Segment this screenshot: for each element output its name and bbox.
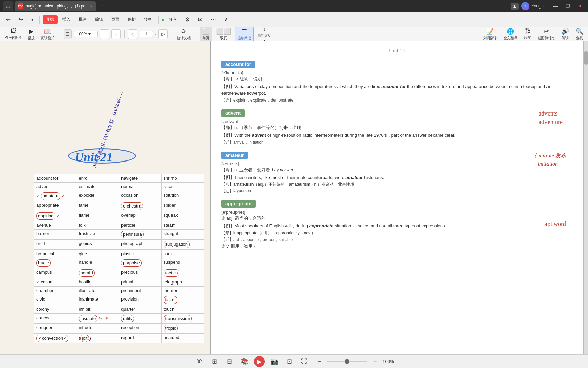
- bottom-layout-btn[interactable]: ⊞: [209, 356, 220, 367]
- more-button[interactable]: ⋯: [207, 15, 219, 24]
- bottom-play-btn[interactable]: ▶: [254, 356, 265, 367]
- zoom-out-button[interactable]: −: [100, 29, 109, 39]
- page-input[interactable]: [140, 31, 153, 37]
- tab-area: ⬚ PDF bugle] botanica...piring）、(1).pdf …: [3, 0, 508, 12]
- page-button[interactable]: 页面: [108, 15, 123, 24]
- continuous-read-button[interactable]: ☰ 连续阅读: [235, 27, 254, 42]
- dict-headword-amateur: amateur: [221, 152, 248, 159]
- share-button[interactable]: 分享: [165, 15, 180, 24]
- bottom-eye-btn[interactable]: 👁: [194, 356, 205, 367]
- zoom-in-button[interactable]: +: [111, 29, 121, 39]
- zoom-slider-thumb[interactable]: [345, 359, 349, 364]
- pdf-to-img-button[interactable]: 🖼 PDF转图片: [3, 27, 24, 41]
- collapse-button[interactable]: ∧: [221, 15, 232, 24]
- dict-pos-account-for: 【释】 v. 证明，说明: [221, 76, 573, 82]
- compress-button[interactable]: 🗜 压缩: [522, 27, 533, 41]
- dict-example-advent: 【例】With the advent of high-resolution ra…: [221, 132, 573, 139]
- zoom-dropdown-icon: ▾: [88, 32, 91, 36]
- dict-unit-title: Unit 21: [221, 48, 573, 54]
- edit-button[interactable]: 编辑: [92, 15, 107, 24]
- translate-word-icon: 📝: [486, 28, 494, 35]
- table-cell: particle: [119, 221, 162, 229]
- undo-icon: ↩: [6, 16, 11, 23]
- table-cell: primal: [119, 278, 162, 286]
- table-row: ✓ amateur ✓ explode occasion solution: [34, 191, 204, 201]
- scrollbar[interactable]: [583, 41, 588, 368]
- bottom-expand-btn[interactable]: ⊡: [284, 356, 295, 367]
- zoom-plus-btn[interactable]: +: [370, 356, 380, 367]
- auto-scroll-button[interactable]: ↕ 自动滚动 ▾: [256, 25, 273, 43]
- bottom-book-btn[interactable]: 📚: [239, 356, 250, 367]
- word-table: account for enroll navigate shrimp adven…: [34, 174, 204, 343]
- table-cell: conceal: [34, 314, 77, 323]
- rotate-button[interactable]: ⟳ 旋转文档: [175, 27, 193, 41]
- full-translate-button[interactable]: 🌐 全文翻译: [502, 27, 519, 41]
- table-cell: explode: [77, 191, 119, 201]
- bottom-grid-btn[interactable]: ⊟: [224, 356, 235, 367]
- scroll-thumb[interactable]: [584, 51, 588, 65]
- book-icon: 📖: [44, 28, 51, 35]
- minimize-button[interactable]: —: [550, 2, 561, 10]
- current-page-group: □: [66, 31, 69, 37]
- tb2-sep-3: [171, 30, 172, 38]
- dict-example-amateur: 【例】These writers, like most of their mal…: [221, 174, 573, 181]
- table-row: aspiring ✓ flame overlap squeak: [34, 211, 204, 221]
- tab-other[interactable]: ⬚: [3, 1, 13, 11]
- single-page-button[interactable]: ⬜ 单页: [200, 27, 212, 42]
- prev-page-button[interactable]: ◁: [128, 29, 137, 39]
- comment-button[interactable]: 批注: [75, 15, 90, 24]
- bottom-fullscreen-btn[interactable]: ⛶: [299, 356, 310, 367]
- tb2-sep-1: [60, 30, 60, 38]
- play-button[interactable]: ▶ 播放: [26, 27, 37, 41]
- collapse-icon: ∧: [224, 16, 228, 23]
- tab-close-btn[interactable]: ×: [90, 4, 93, 9]
- insert-button[interactable]: 插入: [59, 15, 74, 24]
- table-cell: folk: [77, 221, 119, 229]
- settings-button[interactable]: ⚙: [182, 15, 193, 24]
- new-tab-button[interactable]: +: [97, 1, 107, 11]
- right-panel[interactable]: Unit 21 account for [ə'kaunt fə] 【释】 v. …: [211, 41, 583, 368]
- dropdown-button[interactable]: ▾: [28, 16, 37, 24]
- search-icon: 🔍: [576, 28, 583, 35]
- start-button[interactable]: 开始: [43, 15, 58, 24]
- zoom-minus-btn[interactable]: −: [314, 356, 325, 367]
- zoom-box[interactable]: 100% ▾: [74, 31, 98, 37]
- tab-pdf-label: bugle] botanica...piring）、(1).pdf: [26, 3, 86, 9]
- find-button[interactable]: 🔍 查找: [574, 27, 585, 41]
- redo-button[interactable]: ↪: [15, 15, 27, 24]
- dict-entry-appropriate: appropriate [ə'prəupriət] ① adj. 适当的，合适的…: [221, 200, 573, 249]
- table-cell: reception: [119, 324, 162, 333]
- tab-other-label: ⬚: [6, 4, 10, 9]
- table-cell: orchestra: [119, 201, 162, 211]
- screenshot-button[interactable]: ✂ 截图和对比: [536, 27, 557, 41]
- table-row: botanical glue plastic sum: [34, 250, 204, 258]
- dropdown-icon: ▾: [31, 17, 33, 22]
- unit-title-left: Unit 21: [75, 150, 113, 164]
- read-aloud-button[interactable]: 🔊 朗读: [559, 27, 571, 41]
- convert-button[interactable]: 转换: [141, 15, 156, 24]
- zoom-slider[interactable]: [327, 361, 368, 362]
- bottom-camera-btn[interactable]: 📷: [269, 356, 280, 367]
- table-row: advent estimate normal slice: [34, 183, 204, 191]
- tab-pdf[interactable]: PDF bugle] botanica...piring）、(1).pdf ×: [15, 1, 96, 11]
- undo-button[interactable]: ↩: [3, 15, 14, 24]
- message-button[interactable]: ✉: [195, 15, 206, 24]
- continuous-icon: ☰: [242, 28, 247, 35]
- table-cell: porpoise: [119, 258, 162, 268]
- table-cell: ✓ casual: [34, 278, 77, 286]
- scroll-icon: ↕: [263, 26, 266, 33]
- word-translate-button[interactable]: 📝 划词翻译: [481, 27, 499, 41]
- main-toolbar: ↩ ↪ ▾ 开始 插入 批注 编辑 页面 保护 转换 ● 分享 ⚙ ✉ ⋯ ∧: [0, 12, 588, 27]
- table-cell: fame: [77, 201, 119, 211]
- protect-button[interactable]: 保护: [124, 15, 139, 24]
- table-row: bugle handle porpoise suspend: [34, 258, 204, 268]
- dict-related-amateur: 【形】amateurish（adj.）不熟练的；amateurism（n.）业余…: [221, 182, 573, 187]
- double-page-button[interactable]: ⬜⬜ 双页: [214, 27, 233, 41]
- table-row: barrier frustrate peninsula straight: [34, 230, 204, 240]
- table-row: appropriate fame orchestra spider: [34, 201, 204, 211]
- restore-button[interactable]: ❐: [562, 2, 573, 10]
- close-button[interactable]: ✕: [574, 2, 585, 10]
- next-page-button[interactable]: ▷: [158, 29, 168, 39]
- table-cell: photograph: [119, 240, 162, 249]
- read-mode-button[interactable]: 📖 阅读模式: [39, 27, 56, 41]
